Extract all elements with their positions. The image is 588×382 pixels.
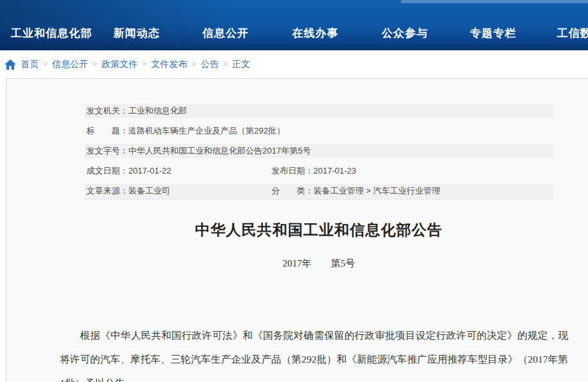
document-meta-table: 发文机关：工业和信息化部 标 题：道路机动车辆生产企业及产品（第292批） 发文… — [84, 104, 553, 204]
breadcrumb-separator: > — [43, 59, 48, 69]
breadcrumb: 首页 > 信息公开 > 政策文件 > 文件发布 > 公告 > 正文 — [0, 50, 588, 78]
meta-label: 成文日期： — [86, 166, 128, 176]
meta-value: 装备工业管理 > 汽车工业行业管理 — [313, 186, 440, 196]
meta-label: 发文字号： — [86, 146, 128, 156]
breadcrumb-item-announcements[interactable]: 公告 — [201, 59, 219, 70]
meta-label: 发文机关： — [86, 106, 128, 116]
meta-row-source-category: 文章来源：装备工业司 分 类：装备工业管理 > 汽车工业行业管理 — [84, 184, 553, 198]
meta-label: 发布日期： — [271, 166, 313, 176]
breadcrumb-current-page: 正文 — [232, 59, 250, 70]
meta-value: 道路机动车辆生产企业及产品（第292批） — [128, 126, 285, 136]
meta-label: 标 题： — [86, 126, 128, 136]
document-body-paragraph: 根据《中华人民共和国行政许可法》和《国务院对确需保留的行政审批项目设定行政许可的… — [60, 323, 568, 382]
breadcrumb-item-info-disclosure[interactable]: 信息公开 — [52, 59, 88, 70]
banner-mesh-pattern — [0, 0, 193, 50]
dotted-divider — [84, 199, 553, 199]
nav-item-online-services[interactable]: 在线办事 — [292, 26, 338, 41]
meta-value: 工业和信息化部 — [128, 106, 187, 116]
document-issue-number: 2017年 第5号 — [46, 257, 588, 270]
breadcrumb-separator: > — [223, 59, 228, 69]
meta-row-document-number: 发文字号：中华人民共和国工业和信息化部公告2017年第5号 — [84, 144, 553, 158]
content-panel: 发文机关：工业和信息化部 标 题：道路机动车辆生产企业及产品（第292批） 发文… — [6, 78, 588, 382]
nav-item-public-participation[interactable]: 公众参与 — [382, 26, 428, 41]
meta-value: 2017-01-22 — [128, 166, 172, 176]
meta-row-issuing-agency: 发文机关：工业和信息化部 — [84, 104, 553, 118]
nav-item-special-topics[interactable]: 专题专栏 — [470, 26, 516, 41]
document-title: 中华人民共和国工业和信息化部公告 — [46, 220, 588, 240]
nav-item-info-disclosure[interactable]: 信息公开 — [202, 26, 249, 41]
banner-top-strip — [401, 0, 588, 3]
meta-label: 文章来源： — [86, 186, 128, 196]
breadcrumb-item-document-release[interactable]: 文件发布 — [151, 59, 187, 70]
breadcrumb-item-policy-documents[interactable]: 政策文件 — [102, 59, 138, 70]
meta-value: 中华人民共和国工业和信息化部公告2017年第5号 — [128, 146, 311, 156]
breadcrumb-home[interactable]: 首页 — [21, 59, 39, 70]
meta-value: 装备工业司 — [128, 186, 170, 196]
breadcrumb-separator: > — [93, 59, 97, 69]
meta-value: 2017-01-23 — [313, 166, 357, 176]
meta-row-dates: 成文日期：2017-01-22 发布日期：2017-01-23 — [84, 164, 553, 178]
meta-row-title: 标 题：道路机动车辆生产企业及产品（第292批） — [84, 124, 553, 138]
top-banner: 工业和信息化部 新闻动态 信息公开 在线办事 公众参与 专题专栏 工信数据 — [0, 0, 588, 50]
home-icon[interactable] — [5, 59, 16, 70]
meta-label: 分 类： — [271, 186, 313, 196]
breadcrumb-separator: > — [142, 59, 147, 69]
page: 工业和信息化部 新闻动态 信息公开 在线办事 公众参与 专题专栏 工信数据 首页… — [0, 0, 588, 382]
nav-item-news[interactable]: 新闻动态 — [113, 26, 160, 41]
breadcrumb-separator: > — [191, 59, 196, 69]
nav-item-miit-data[interactable]: 工信数据 — [557, 26, 588, 41]
nav-item-ministry[interactable]: 工业和信息化部 — [11, 26, 92, 41]
meta-cell-category: 分 类：装备工业管理 > 汽车工业行业管理 — [271, 184, 440, 198]
meta-cell-publish-date: 发布日期：2017-01-23 — [271, 164, 357, 178]
